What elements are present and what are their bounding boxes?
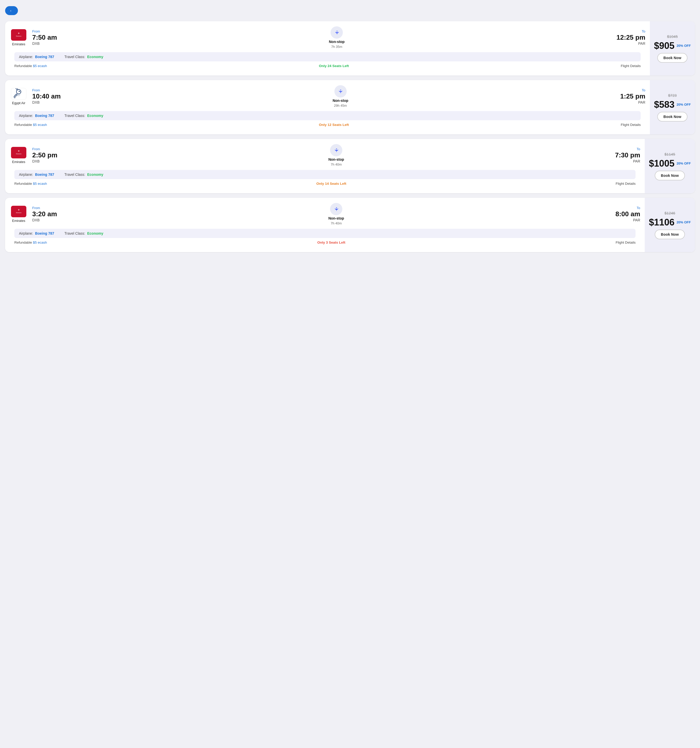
discount-badge: 20% OFF [676,161,691,165]
discounted-price: $583 [654,100,674,109]
plane-circle: ✈ [330,144,342,157]
airline-logo: ✈ Emirates [11,206,26,217]
airline-name: Egypt Air [12,101,25,105]
flight-times: From 2:50 pm DXB ✈ Non-stop 7h 40m [32,144,640,166]
refundable-text: Refundable $5 ecash [14,240,47,245]
flight-details-link[interactable]: Flight Details [616,240,636,245]
ecash-link[interactable]: $5 ecash [33,123,47,127]
flight-info-bar: Airplane: Boeing 787 Travel Class: Econo… [14,229,636,238]
arrival-block: To 7:30 pm PAR [615,147,640,164]
discount-badge: 20% OFF [676,220,691,224]
svg-rect-0 [12,30,25,40]
discounted-price: $1005 [649,159,674,168]
nonstop-label: Non-stop [328,157,344,161]
price-panel: $1045 $905 20% OFF Book Now [650,21,695,76]
original-price: $1045 [667,34,678,39]
ecash-link[interactable]: $5 ecash [33,182,47,185]
flight-card-2: Egypt Air From 10:40 am DXB ✈ Non-sto [5,80,695,134]
airline-logo-wrap: ✈ Emirates Emirates [10,206,27,223]
travel-class-info: Travel Class: Economy [64,114,103,118]
nonstop-label: Non-stop [328,216,344,220]
departure-time: 2:50 pm [32,152,57,159]
duration-label: 7h 40m [331,163,342,166]
chevron-left-icon: ‹ [10,9,11,12]
flight-times: From 10:40 am DXB ✈ Non-stop 29h 45m [32,85,645,108]
plane-icon: ✈ [334,30,340,35]
svg-text:Emirates: Emirates [16,212,21,213]
flight-card-top: ✈ Emirates Emirates From 2:50 pm DXB [5,139,695,193]
flight-info-bar: Airplane: Boeing 787 Travel Class: Econo… [14,170,636,179]
airline-logo [11,88,26,100]
to-label: To [615,206,640,210]
flight-footer: Refundable $5 ecash Only 3 Seats Left Fl… [10,240,640,248]
flight-footer: Refundable $5 ecash Only 14 Seats Left F… [10,182,640,190]
book-now-button[interactable]: Book Now [657,112,688,122]
go-back-button[interactable]: ‹ [5,6,18,15]
plane-circle: ✈ [330,203,342,215]
book-now-button[interactable]: Book Now [655,171,685,180]
airplane-info: Airplane: Boeing 787 [19,231,54,236]
airline-name: Emirates [12,42,25,46]
airline-logo-wrap: ✈ Emirates Emirates [10,29,27,46]
flight-details-link[interactable]: Flight Details [621,123,641,127]
price-row: $1005 20% OFF [649,159,691,168]
flight-footer: Refundable $5 ecash Only 24 Seats Left F… [10,64,645,72]
flight-card-4: ✈ Emirates Emirates From 3:20 am DXB [5,198,695,252]
travel-class-value: Economy [87,172,103,176]
original-price: $1145 [664,152,675,157]
price-panel: $1145 $1005 20% OFF Book Now [645,139,695,193]
duration-label: 29h 45m [334,103,347,108]
arrival-airport: PAR [616,41,645,46]
arrival-block: To 12:25 pm PAR [616,29,645,46]
refundable-text: Refundable $5 ecash [14,182,47,185]
departure-block: From 10:40 am DXB [32,88,61,105]
original-price: $723 [668,93,676,97]
price-panel: $723 $583 20% OFF Book Now [650,80,695,134]
departure-block: From 2:50 pm DXB [32,147,57,164]
flight-details-link[interactable]: Flight Details [621,64,641,68]
flight-info-bar: Airplane: Boeing 787 Travel Class: Econo… [14,52,641,61]
book-now-button[interactable]: Book Now [655,230,685,239]
departure-airport: DXB [32,218,57,222]
departure-time: 3:20 am [32,210,57,218]
flight-middle: ✈ Non-stop 7h 40m [57,203,616,225]
travel-class-info: Travel Class: Economy [64,55,103,59]
travel-class-value: Economy [87,55,103,59]
flight-times: From 7:50 am DXB ✈ Non-stop 7h 35m [32,26,645,49]
ecash-link[interactable]: $5 ecash [33,64,47,68]
flight-footer: Refundable $5 ecash Only 12 Seats Left F… [10,123,645,131]
ecash-link[interactable]: $5 ecash [33,240,47,245]
seats-warning: Only 12 Seats Left [47,123,621,127]
departure-block: From 3:20 am DXB [32,206,57,222]
arrival-block: To 1:25 pm PAR [620,88,645,105]
airline-name: Emirates [12,160,25,164]
duration-label: 7h 40m [331,221,342,225]
to-label: To [615,147,640,151]
flight-details-link[interactable]: Flight Details [616,182,636,185]
price-row: $905 20% OFF [654,41,691,50]
departure-time: 7:50 am [32,34,57,41]
flight-header: ✈ Emirates Emirates From 7:50 am DXB [10,26,645,49]
arrival-airport: PAR [615,218,640,222]
arrival-time: 12:25 pm [616,34,645,41]
flight-main: Egypt Air From 10:40 am DXB ✈ Non-sto [5,80,650,134]
arrival-time: 1:25 pm [620,93,645,100]
flight-card-1: ✈ Emirates Emirates From 7:50 am DXB [5,21,695,76]
arrival-block: To 8:00 am PAR [615,206,640,222]
departure-time: 10:40 am [32,93,61,100]
price-panel: $1246 $1106 20% OFF Book Now [645,198,695,252]
airline-name: Emirates [12,219,25,223]
refundable-text: Refundable $5 ecash [14,123,47,127]
book-now-button[interactable]: Book Now [657,53,688,63]
airplane-name: Boeing 787 [35,114,54,118]
flight-middle: ✈ Non-stop 29h 45m [61,85,620,108]
discounted-price: $1106 [649,218,674,227]
discounted-price: $905 [654,41,674,50]
flight-info-bar: Airplane: Boeing 787 Travel Class: Econo… [14,111,641,120]
departure-airport: DXB [32,41,57,46]
travel-class-info: Travel Class: Economy [64,231,103,236]
arrival-time: 7:30 pm [615,152,640,159]
flight-card-top: Egypt Air From 10:40 am DXB ✈ Non-sto [5,80,695,134]
price-row: $583 20% OFF [654,100,691,109]
arrival-airport: PAR [615,159,640,163]
